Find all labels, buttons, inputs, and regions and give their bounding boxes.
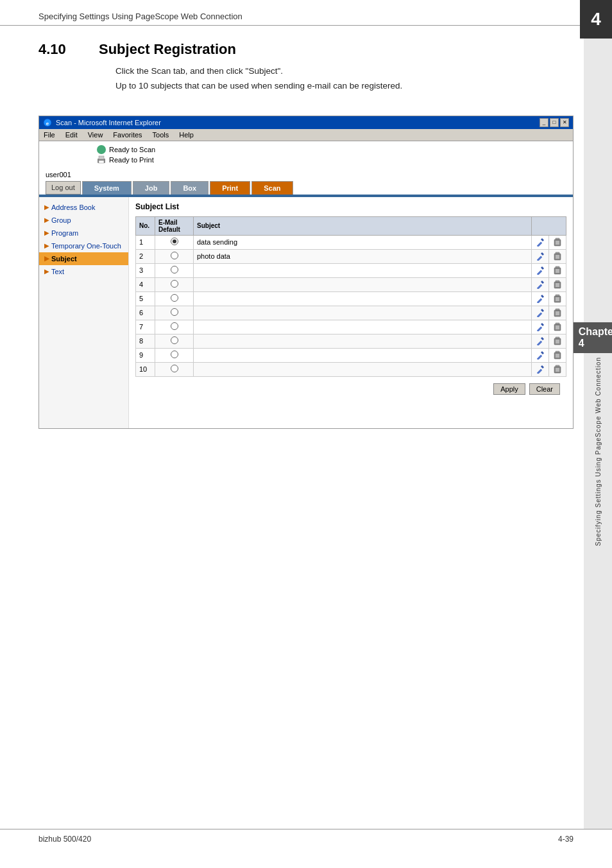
radio-btn-5[interactable] (171, 294, 178, 302)
cell-radio-2[interactable] (155, 249, 194, 263)
cell-delete-2[interactable] (549, 249, 566, 263)
delete-icon-1[interactable] (552, 237, 563, 247)
menu-edit[interactable]: Edit (64, 130, 80, 139)
sidebar-item-program[interactable]: ▶ Program (39, 227, 128, 239)
radio-btn-8[interactable] (171, 336, 178, 344)
col-actions (532, 216, 566, 235)
cell-delete-3[interactable] (549, 263, 566, 277)
arrow-icon-text: ▶ (44, 268, 49, 275)
cell-edit-3[interactable] (532, 263, 549, 277)
svg-rect-50 (556, 323, 559, 324)
edit-icon-9[interactable] (535, 350, 545, 360)
tab-system[interactable]: System (82, 181, 132, 195)
edit-icon-10[interactable] (535, 364, 545, 374)
cell-radio-1[interactable] (155, 235, 194, 249)
edit-icon-1[interactable] (535, 237, 545, 247)
menu-help[interactable]: Help (177, 130, 196, 139)
delete-icon-5[interactable] (552, 293, 563, 304)
delete-icon-7[interactable] (552, 322, 563, 332)
delete-icon-9[interactable] (552, 350, 563, 360)
restore-button[interactable]: □ (550, 118, 559, 127)
radio-btn-10[interactable] (171, 365, 178, 372)
sidebar-item-group[interactable]: ▶ Group (39, 214, 128, 227)
cell-delete-9[interactable] (549, 348, 566, 362)
edit-icon-4[interactable] (535, 279, 545, 290)
edit-icon-8[interactable] (535, 336, 545, 346)
radio-btn-6[interactable] (171, 308, 178, 316)
cell-edit-1[interactable] (532, 235, 549, 249)
tab-scan[interactable]: Scan (251, 181, 293, 195)
edit-icon-3[interactable] (535, 265, 545, 275)
title-left: e Scan - Microsoft Internet Explorer (43, 118, 161, 127)
cell-delete-1[interactable] (549, 235, 566, 249)
edit-icon-2[interactable] (535, 251, 545, 261)
cell-delete-6[interactable] (549, 306, 566, 320)
window-controls[interactable]: _ □ ✕ (540, 118, 569, 127)
main-layout: ▶ Address Book ▶ Group ▶ Program ▶ Tempo… (39, 197, 573, 428)
cell-delete-8[interactable] (549, 334, 566, 348)
radio-btn-4[interactable] (171, 280, 178, 288)
delete-icon-6[interactable] (552, 308, 563, 318)
print-status-text: Ready to Print (109, 156, 154, 164)
cell-edit-6[interactable] (532, 306, 549, 320)
clear-button[interactable]: Clear (529, 383, 560, 395)
cell-delete-10[interactable] (549, 362, 566, 376)
sidebar-item-text[interactable]: ▶ Text (39, 265, 128, 278)
logout-button[interactable]: Log out (46, 181, 81, 195)
cell-radio-3[interactable] (155, 263, 194, 277)
sidebar-item-address-book[interactable]: ▶ Address Book (39, 201, 128, 214)
cell-subject-7 (194, 320, 532, 334)
cell-subject-1: data sending (194, 235, 532, 249)
apply-button[interactable]: Apply (493, 383, 525, 395)
cell-no-1: 1 (136, 235, 155, 249)
cell-radio-9[interactable] (155, 348, 194, 362)
sidebar-label-text: Text (51, 268, 64, 275)
tab-print[interactable]: Print (210, 181, 250, 195)
cell-radio-8[interactable] (155, 334, 194, 348)
close-button[interactable]: ✕ (560, 118, 569, 127)
section-number: 4.10 (38, 41, 83, 58)
tab-job[interactable]: Job (133, 181, 170, 195)
radio-btn-1[interactable] (171, 238, 178, 245)
cell-radio-6[interactable] (155, 306, 194, 320)
cell-edit-4[interactable] (532, 277, 549, 291)
cell-delete-4[interactable] (549, 277, 566, 291)
minimize-button[interactable]: _ (540, 118, 548, 127)
cell-edit-7[interactable] (532, 320, 549, 334)
tab-box[interactable]: Box (171, 181, 208, 195)
scan-status-text: Ready to Scan (109, 146, 155, 153)
svg-rect-36 (556, 295, 559, 296)
cell-radio-10[interactable] (155, 362, 194, 376)
menu-tools[interactable]: Tools (151, 130, 171, 139)
edit-icon-5[interactable] (535, 293, 545, 304)
cell-radio-4[interactable] (155, 277, 194, 291)
cell-radio-7[interactable] (155, 320, 194, 334)
radio-btn-2[interactable] (171, 252, 178, 259)
delete-icon-3[interactable] (552, 265, 563, 275)
menu-view[interactable]: View (86, 130, 105, 139)
cell-edit-5[interactable] (532, 291, 549, 306)
sidebar-item-subject[interactable]: ▶ Subject (39, 252, 128, 265)
delete-icon-2[interactable] (552, 251, 563, 261)
nav-tabs: Log out System Job Box Print Scan (39, 181, 573, 195)
cell-radio-5[interactable] (155, 291, 194, 306)
svg-rect-4 (99, 161, 104, 163)
delete-icon-8[interactable] (552, 336, 563, 346)
sidebar-item-temporary-one-touch[interactable]: ▶ Temporary One-Touch (39, 239, 128, 252)
radio-btn-7[interactable] (171, 322, 178, 330)
cell-edit-8[interactable] (532, 334, 549, 348)
edit-icon-6[interactable] (535, 308, 545, 318)
radio-btn-3[interactable] (171, 266, 178, 273)
cell-edit-10[interactable] (532, 362, 549, 376)
delete-icon-10[interactable] (552, 364, 563, 374)
svg-rect-40 (537, 312, 542, 317)
cell-edit-2[interactable] (532, 249, 549, 263)
menu-favorites[interactable]: Favorites (111, 130, 144, 139)
delete-icon-4[interactable] (552, 279, 563, 290)
menu-file[interactable]: File (42, 130, 57, 139)
cell-delete-7[interactable] (549, 320, 566, 334)
edit-icon-7[interactable] (535, 322, 545, 332)
cell-edit-9[interactable] (532, 348, 549, 362)
radio-btn-9[interactable] (171, 351, 178, 358)
cell-delete-5[interactable] (549, 291, 566, 306)
